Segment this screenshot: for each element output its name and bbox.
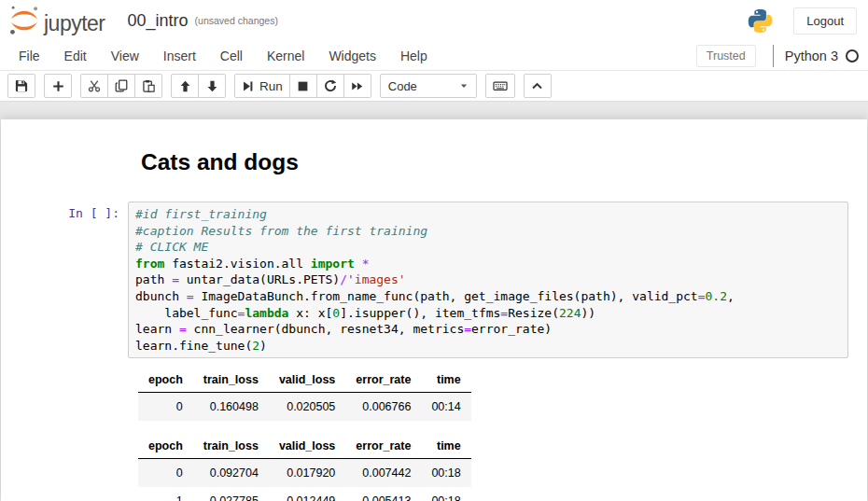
toolbar-group-run: Run: [234, 74, 371, 98]
arrow-down-icon: [206, 80, 218, 92]
code-line: # CLICK ME: [135, 239, 847, 256]
code-line: #caption Results from the first training: [135, 223, 847, 240]
trusted-badge[interactable]: Trusted: [696, 45, 756, 67]
save-button[interactable]: [7, 74, 35, 98]
run-button-label: Run: [259, 79, 283, 93]
chevron-up-icon: [531, 80, 543, 92]
table-cell: 00:14: [421, 393, 470, 422]
menu-edit[interactable]: Edit: [52, 43, 99, 69]
cell-output-area: epochtrain_lossvalid_losserror_ratetime0…: [138, 368, 867, 501]
markdown-heading: Cats and dogs: [141, 149, 867, 175]
menubar: File Edit View Insert Cell Kernel Widget…: [0, 41, 868, 71]
kernel-name: Python 3: [785, 49, 838, 63]
toolbar-group-insert: [44, 74, 72, 98]
stop-icon: [297, 80, 309, 92]
collapse-toolbar-button[interactable]: [524, 74, 552, 98]
restart-run-all-button[interactable]: [343, 74, 371, 98]
menu-file[interactable]: File: [9, 43, 52, 69]
toolbar: Run Code: [0, 71, 868, 102]
table-column-header: time: [421, 434, 470, 459]
table-cell: 0.007442: [345, 459, 421, 488]
kernel-idle-icon: [846, 49, 859, 63]
notebook-container: Cats and dogs In [ ]: #id first_training…: [1, 119, 867, 501]
toolbar-group-save: [7, 74, 35, 98]
table-cell: 0.005413: [345, 487, 421, 501]
arrow-up-icon: [179, 80, 191, 92]
notebook-title[interactable]: 00_intro: [128, 7, 189, 35]
table-cell: 0.006766: [345, 393, 421, 422]
table-cell: 00:18: [421, 459, 470, 488]
table-cell: 0: [138, 459, 193, 488]
table-column-header: train_loss: [193, 368, 269, 393]
menu-insert[interactable]: Insert: [151, 43, 208, 69]
restart-kernel-button[interactable]: [316, 74, 344, 98]
code-line: path = untar_data(URLs.PETS)/'images': [135, 271, 847, 288]
table-cell: 0: [138, 393, 193, 422]
app-header: jupyter 00_intro (unsaved changes) Logou…: [0, 0, 868, 41]
page-background-band: [0, 102, 868, 119]
table-column-header: valid_loss: [269, 368, 345, 393]
code-cell: In [ ]: #id first_training#caption Resul…: [1, 202, 867, 358]
table-column-header: error_rate: [345, 434, 421, 459]
move-cell-down-button[interactable]: [198, 74, 226, 98]
menu-cell[interactable]: Cell: [208, 43, 255, 69]
code-editor[interactable]: #id first_training#caption Results from …: [128, 202, 848, 358]
chevron-down-icon: [459, 81, 469, 90]
autosave-status: (unsaved changes): [195, 15, 278, 27]
code-line: learn.fine_tune(2): [135, 338, 847, 355]
jupyter-logo-icon: [7, 4, 41, 37]
toolbar-group-move: [171, 74, 226, 98]
kernel-separator: [773, 45, 774, 67]
floppy-disk-icon: [15, 79, 28, 92]
fast-forward-icon: [351, 80, 363, 92]
code-line: label_func=lambda x: x[0].isupper(), ite…: [135, 305, 847, 322]
cell-type-select[interactable]: Code: [380, 74, 477, 98]
copy-cells-button[interactable]: [107, 74, 135, 98]
toolbar-group-collapse: [524, 74, 552, 98]
table-cell: 0.092704: [193, 459, 269, 488]
table-cell: 0.160498: [193, 393, 269, 422]
menu-view[interactable]: View: [99, 43, 151, 69]
table-row: 10.0277850.0124490.00541300:18: [138, 487, 471, 501]
menu-widgets[interactable]: Widgets: [316, 43, 388, 69]
plus-icon: [52, 80, 64, 92]
training-results-table-2: epochtrain_lossvalid_losserror_ratetime0…: [138, 434, 471, 501]
code-line: #id first_training: [135, 206, 847, 223]
table-cell: 1: [138, 487, 193, 501]
training-results-table-1: epochtrain_lossvalid_losserror_ratetime0…: [138, 368, 471, 421]
toolbar-group-palette: [485, 74, 515, 98]
code-line: from fastai2.vision.all import *: [135, 256, 847, 272]
keyboard-icon: [493, 79, 508, 92]
code-line: dbunch = ImageDataBunch.from_name_func(p…: [135, 288, 847, 305]
jupyter-wordmark: jupyter: [44, 9, 105, 37]
cut-cells-button[interactable]: [80, 74, 108, 98]
cell-input-prompt: In [ ]:: [1, 202, 128, 358]
cell-type-value: Code: [388, 79, 417, 93]
insert-cell-button[interactable]: [44, 74, 72, 98]
table-column-header: epoch: [138, 434, 193, 459]
step-forward-icon: [242, 80, 254, 92]
move-cell-up-button[interactable]: [171, 74, 199, 98]
command-palette-button[interactable]: [485, 74, 515, 98]
python-logo-icon: [748, 8, 773, 34]
paste-icon: [142, 79, 155, 92]
table-cell: 0.012449: [269, 487, 345, 501]
menu-kernel[interactable]: Kernel: [255, 43, 316, 69]
table-row: 00.1604980.0205050.00676600:14: [138, 393, 471, 422]
table-column-header: time: [421, 368, 470, 393]
table-cell: 0.027785: [193, 487, 269, 501]
interrupt-kernel-button[interactable]: [289, 74, 317, 98]
toolbar-group-celltype: Code: [380, 74, 477, 98]
menu-help[interactable]: Help: [388, 43, 440, 69]
code-line: learn = cnn_learner(dbunch, resnet34, me…: [135, 321, 847, 338]
run-cell-button[interactable]: Run: [234, 74, 290, 98]
table-column-header: valid_loss: [269, 434, 345, 459]
toolbar-group-edit: [80, 74, 162, 98]
logout-button[interactable]: Logout: [793, 7, 857, 35]
copy-icon: [115, 79, 128, 92]
table-column-header: error_rate: [345, 368, 421, 393]
table-column-header: train_loss: [193, 434, 269, 459]
jupyter-logo[interactable]: jupyter: [7, 4, 105, 37]
paste-cells-button[interactable]: [134, 74, 162, 98]
restart-icon: [324, 79, 337, 92]
